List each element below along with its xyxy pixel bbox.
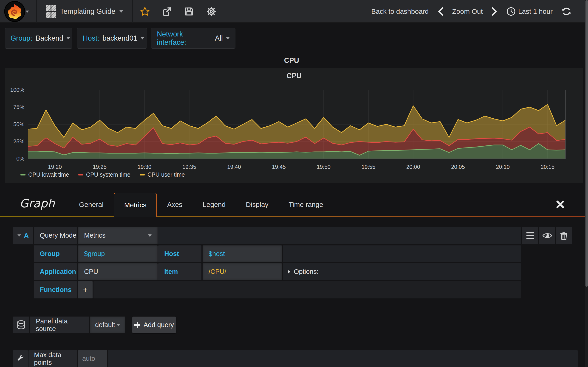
query-delete-button[interactable] [556,227,572,244]
group-value-input[interactable]: $group [78,245,157,262]
datasource-icon-cell [13,317,29,333]
tab-metrics[interactable]: Metrics [114,193,157,217]
template-variables-bar: Group: Backend Host: backend01 Network i… [0,23,585,50]
time-range-label: Last 1 hour [518,8,553,15]
functions-label: Functions [40,286,72,294]
panel-title[interactable]: CPU [5,72,583,80]
dashboard-row-title: CPU [0,56,583,65]
legend-swatch-icon [140,174,145,175]
settings-gear-icon[interactable] [206,6,217,17]
top-navbar: Templating Guide [0,0,585,23]
variable-label: Group: [10,34,32,42]
chevron-down-icon [116,324,120,326]
panel-options-icon-cell [13,350,28,367]
collapse-caret-icon [17,234,21,236]
cpu-stacked-area-chart[interactable]: 19:2019:2519:3019:3519:4019:4519:5019:55… [10,87,584,173]
group-label-cell: Group [34,245,77,262]
svg-text:25%: 25% [13,138,24,144]
item-label-cell: Item [158,263,201,280]
zoom-out-button[interactable]: Zoom Out [452,8,483,15]
share-icon[interactable] [162,6,172,17]
chart-legend: CPU iowait time CPU system time CPU user… [20,171,185,178]
close-editor-icon[interactable] [555,200,565,209]
svg-text:100%: 100% [10,87,24,93]
trash-icon [560,232,568,240]
page-scrollbar[interactable] [585,0,588,367]
variable-dropdown-network-interface[interactable]: Network interface: All [151,28,235,49]
svg-text:19:50: 19:50 [317,164,330,170]
svg-text:19:45: 19:45 [272,164,286,170]
group-label: Group [40,250,60,258]
hamburger-menu-icon [527,232,534,239]
chevron-down-icon [141,37,144,40]
add-function-button[interactable]: + [78,281,93,298]
host-value-input[interactable]: $host [203,245,282,262]
navbar-separator [132,0,133,23]
max-data-points-row-filler [108,350,578,367]
svg-text:19:25: 19:25 [93,164,107,170]
legend-swatch-icon [78,174,83,175]
query-row-collapse[interactable]: A [13,227,33,244]
grafana-dashboard-edit-view: Templating Guide [0,0,588,367]
logo-dropdown-caret-icon[interactable] [26,10,29,13]
query-row-filler [158,227,521,244]
svg-text:19:35: 19:35 [182,164,196,170]
svg-text:75%: 75% [13,104,24,110]
tab-legend[interactable]: Legend [192,193,236,217]
refresh-icon[interactable] [561,6,571,17]
grafana-logo[interactable] [4,1,39,22]
tab-display[interactable]: Display [236,193,278,217]
query-mode-dropdown[interactable]: Metrics [78,227,157,244]
tab-axes[interactable]: Axes [157,193,192,217]
star-icon[interactable] [140,6,150,17]
plus-icon: + [83,285,88,294]
functions-label-cell: Functions [34,281,77,298]
svg-text:19:40: 19:40 [227,164,241,170]
item-value-input[interactable]: /CPU/ [203,263,282,280]
options-label: Options: [294,268,319,275]
dashboard-grid-icon [46,5,56,18]
tab-general[interactable]: General [69,193,114,217]
navbar-separator [36,0,37,23]
legend-item-system[interactable]: CPU system time [78,171,130,178]
datasource-value: default [95,321,115,329]
tab-time-range[interactable]: Time range [279,193,334,217]
svg-text:19:55: 19:55 [362,164,375,170]
application-value: CPU [84,268,98,275]
variable-dropdown-group[interactable]: Group: Backend [5,28,72,49]
time-shift-left-icon[interactable] [438,7,443,16]
application-value-input[interactable]: CPU [78,263,157,280]
max-data-points-input[interactable] [78,350,107,367]
back-to-dashboard-button[interactable]: Back to dashboard [371,8,429,15]
save-icon[interactable] [184,6,194,17]
query-mode-label-cell: Query Mode [34,227,77,244]
query-mode-value: Metrics [84,232,105,239]
legend-item-user[interactable]: CPU user time [140,171,185,178]
grafana-logo-icon [4,1,25,22]
legend-item-iowait[interactable]: CPU iowait time [20,171,69,178]
variable-value: Backend [36,34,63,42]
chevron-down-icon [148,234,152,237]
dashboard-title-dropdown[interactable]: Templating Guide [40,0,129,23]
max-data-points-label: Max data points [34,351,77,366]
datasource-label-cell: Panel data source [30,317,89,333]
functions-row-filler [94,281,521,298]
options-toggle[interactable]: Options: [283,263,521,280]
legend-label: CPU user time [147,171,185,178]
panel-type-title: Graph [19,197,55,210]
add-query-button[interactable]: Add query [132,317,176,333]
scrollbar-thumb[interactable] [586,0,588,287]
query-toggle-visibility-button[interactable] [539,227,555,244]
time-picker-button[interactable]: Last 1 hour [506,7,553,16]
time-shift-right-icon[interactable] [492,7,498,16]
variable-value: All [215,34,223,42]
datasource-dropdown[interactable]: default [90,317,125,333]
group-value: $group [84,250,105,258]
item-label: Item [164,268,178,275]
legend-label: CPU iowait time [28,171,69,178]
chevron-down-icon [66,37,70,40]
eye-icon [543,232,552,239]
query-menu-button[interactable] [522,227,538,244]
variable-dropdown-host[interactable]: Host: backend01 [77,28,147,49]
application-label: Application [40,268,76,275]
